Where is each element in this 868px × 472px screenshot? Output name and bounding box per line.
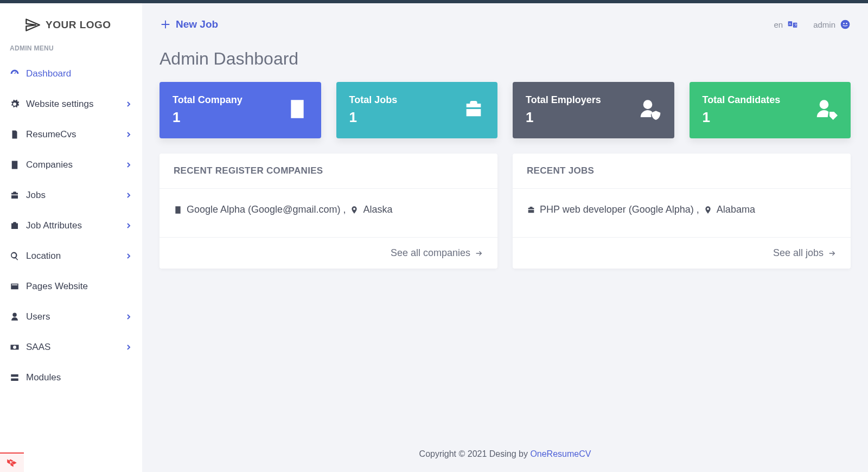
arrow-right-icon (475, 249, 483, 258)
chevron-right-icon (126, 314, 131, 320)
new-job-button[interactable]: New Job (159, 18, 218, 30)
language-icon: A文 (787, 19, 798, 30)
chevron-right-icon (126, 162, 131, 168)
sidebar-item-job-attributes[interactable]: Job Attributes (0, 211, 142, 241)
card-total-candidates[interactable]: Total Candidates 1 (690, 82, 851, 138)
sidebar-item-label: Location (26, 251, 61, 261)
company-location: Alaska (363, 204, 392, 215)
panel-recent-companies: RECENT REGISTER COMPANIES Google Alpha (… (159, 154, 497, 269)
panel-title: RECENT REGISTER COMPANIES (159, 154, 497, 189)
user-label: admin (813, 20, 835, 29)
sidebar-item-label: Pages Website (26, 281, 88, 292)
user-shield-icon (640, 98, 661, 122)
panel-footer-label: See all companies (391, 247, 470, 259)
building-icon (286, 98, 308, 122)
modules-icon (10, 373, 20, 382)
card-value: 1 (349, 109, 398, 126)
sidebar-item-label: Users (26, 311, 50, 322)
sidebar-item-companies[interactable]: Companies (0, 150, 142, 180)
dashboard-icon (10, 69, 20, 79)
language-switcher[interactable]: en A文 (774, 19, 798, 30)
arrow-right-icon (828, 249, 837, 258)
document-icon (10, 130, 20, 139)
sidebar-item-label: Jobs (26, 190, 46, 201)
panel-recent-jobs: RECENT JOBS PHP web developer (Google Al… (513, 154, 851, 269)
map-marker-icon (350, 206, 359, 214)
chevron-right-icon (126, 193, 131, 198)
building-icon (174, 206, 182, 214)
logo-text: YOUR LOGO (46, 19, 111, 31)
briefcase-icon (10, 190, 20, 200)
user-menu[interactable]: admin (813, 19, 851, 30)
footer: Copyright © 2021 Desing by OneResumeCV (142, 433, 868, 472)
sidebar-item-resumecvs[interactable]: ResumeCvs (0, 119, 142, 150)
page-title: Admin Dashboard (159, 49, 851, 69)
card-total-company[interactable]: Total Company 1 (159, 82, 321, 138)
card-value: 1 (526, 109, 601, 126)
sidebar-item-jobs[interactable]: Jobs (0, 180, 142, 211)
sidebar-item-dashboard[interactable]: Dashboard (0, 59, 142, 89)
sidebar-item-label: Modules (26, 372, 61, 383)
sidebar: YOUR LOGO ADMIN MENU Dashboard Website s… (0, 3, 142, 472)
user-icon (10, 312, 20, 322)
plus-icon (159, 18, 171, 30)
chevron-right-icon (126, 253, 131, 259)
user-tag-icon (816, 98, 838, 122)
avatar-icon (840, 19, 851, 30)
chevron-right-icon (126, 345, 131, 350)
main: New Job en A文 admin Admin Dashboard Tota… (142, 3, 868, 472)
chevron-right-icon (126, 101, 131, 107)
sidebar-item-label: Dashboard (26, 68, 71, 79)
logo[interactable]: YOUR LOGO (0, 13, 142, 44)
svg-point-4 (841, 20, 850, 29)
card-label: Total Candidates (703, 94, 781, 106)
sidebar-item-label: Companies (26, 160, 73, 170)
map-marker-icon (704, 206, 712, 214)
sidebar-item-label: Website settings (26, 99, 93, 110)
new-job-label: New Job (176, 18, 218, 30)
gear-icon (10, 99, 20, 109)
sidebar-item-saas[interactable]: SAAS (0, 332, 142, 362)
panel-row[interactable]: PHP web developer (Google Alpha) , Alaba… (513, 189, 851, 237)
job-location: Alabama (717, 204, 755, 215)
sidebar-item-location[interactable]: Location (0, 241, 142, 271)
card-label: Total Jobs (349, 94, 398, 106)
sidebar-item-pages-website[interactable]: Pages Website (0, 271, 142, 302)
language-label: en (774, 20, 783, 29)
sidebar-item-label: Job Attributes (26, 220, 82, 231)
laravel-badge[interactable] (0, 452, 24, 472)
header-right: en A文 admin (774, 19, 851, 30)
sidebar-menu: Dashboard Website settings ResumeCvs (0, 59, 142, 393)
sidebar-item-users[interactable]: Users (0, 302, 142, 332)
building-icon (10, 160, 20, 170)
see-all-companies-link[interactable]: See all companies (159, 237, 497, 269)
content: Admin Dashboard Total Company 1 Total Jo… (142, 36, 868, 433)
page-icon (10, 282, 20, 291)
panel-row[interactable]: Google Alpha (Google@gmail.com) , Alaska (159, 189, 497, 237)
see-all-jobs-link[interactable]: See all jobs (513, 237, 851, 269)
footer-text: Copyright © 2021 Desing by (419, 449, 531, 458)
card-total-employers[interactable]: Total Employers 1 (513, 82, 674, 138)
card-total-jobs[interactable]: Total Jobs 1 (336, 82, 498, 138)
briefcase-icon (463, 98, 484, 122)
sidebar-item-label: SAAS (26, 342, 50, 353)
search-location-icon (10, 251, 20, 261)
money-icon (10, 342, 20, 352)
paper-plane-icon (25, 17, 40, 33)
svg-text:文: 文 (794, 23, 797, 27)
card-label: Total Company (173, 94, 242, 106)
svg-point-6 (846, 23, 847, 24)
card-value: 1 (703, 109, 781, 126)
chevron-right-icon (126, 223, 131, 228)
company-name: Google Alpha (Google@gmail.com) , (187, 204, 346, 215)
job-name: PHP web developer (Google Alpha) , (540, 204, 699, 215)
panel-footer-label: See all jobs (773, 247, 824, 259)
svg-text:A: A (789, 22, 791, 25)
menu-heading: ADMIN MENU (0, 44, 142, 59)
briefcase-plus-icon (10, 221, 20, 231)
svg-point-5 (843, 23, 845, 24)
panels: RECENT REGISTER COMPANIES Google Alpha (… (159, 154, 851, 269)
footer-link[interactable]: OneResumeCV (530, 449, 591, 458)
sidebar-item-website-settings[interactable]: Website settings (0, 89, 142, 119)
sidebar-item-modules[interactable]: Modules (0, 362, 142, 393)
